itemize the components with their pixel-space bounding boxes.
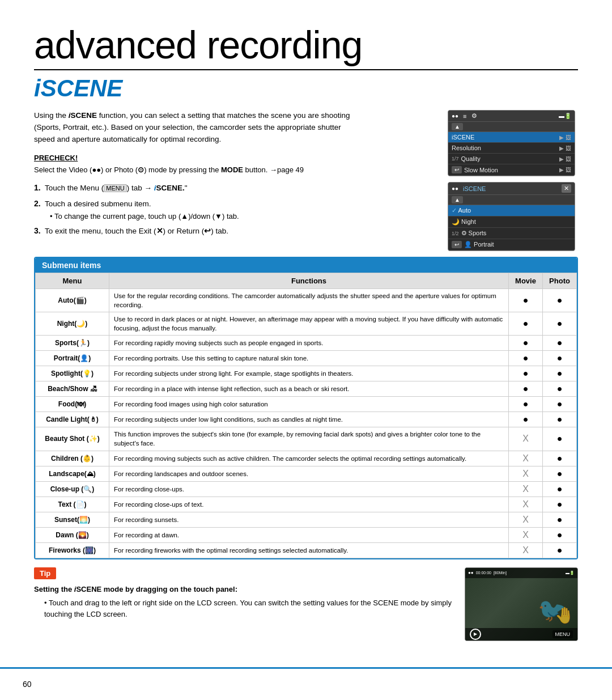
- photo-cell: ●: [543, 481, 577, 497]
- main-title: advanced recording: [34, 23, 578, 70]
- menu-cell: Close-up (🔍): [36, 481, 109, 497]
- table-row: Landscape(⛰)For recording landscapes and…: [36, 466, 577, 481]
- table-row: Beach/Show 🏖For recording in a place wit…: [36, 381, 577, 397]
- table-row: Beauty Shot (✨)This function improves th…: [36, 427, 577, 451]
- tip-image: ●● 00:00:00 [80Min] ▬🔋 🐦 🤚 ▶ MENU: [465, 567, 578, 641]
- cam-back-btn[interactable]: ↩: [452, 166, 462, 173]
- menu-cell: Candle Light(🕯): [36, 412, 109, 427]
- table-row: Candle Light(🕯)For recording subjects un…: [36, 412, 577, 427]
- cam-row-slowmotion-arrow: ▶ 🖼: [559, 167, 571, 173]
- photo-cell: ●: [543, 427, 577, 451]
- menu-cell: Spotlight(💡): [36, 366, 109, 381]
- cam-screenshot-bg: ●● 00:00:00 [80Min] ▬🔋 🐦 🤚 ▶ MENU: [465, 568, 577, 640]
- step-2-bullet: • To change the current page, touch up (…: [50, 211, 436, 222]
- photo-cell: ●: [543, 381, 577, 397]
- precheck-section: PRECHECK! Select the Video (●●) or Photo…: [34, 154, 436, 176]
- cam-icon-battery: ▬🔋: [559, 113, 571, 119]
- movie-cell: ●: [509, 397, 543, 412]
- menu-cell: Sunset(🌅): [36, 512, 109, 527]
- desc-cell: For recording in a place with intense li…: [109, 381, 509, 397]
- cam-p2-row-sports: 1/2 ⚙ Sports: [448, 228, 575, 239]
- cam-p2-row-auto: ✓ Auto: [448, 205, 575, 217]
- cam-icon-video: ●●: [452, 113, 458, 119]
- cam-panel-2-header: ●● iSCENE ✕: [448, 183, 575, 195]
- table-row: Close-up (🔍)For recording close-ups.X●: [36, 481, 577, 497]
- cam-panel-1: ●● ≡ ⚙ ▬🔋 ▲ iSCENE ▶ 🖼 Resolution ▶ 🖼 1/…: [448, 110, 575, 176]
- cam-row-resolution-label: Resolution: [452, 145, 559, 151]
- cam-p2-close-btn[interactable]: ✕: [562, 184, 571, 193]
- photo-cell: ●: [543, 351, 577, 366]
- step-3: 3. To exit the menu, touch the Exit (✕) …: [34, 225, 436, 237]
- table-row: Night(🌙)Use to record in dark places or …: [36, 312, 577, 336]
- cam-sc-bottombar: ▶ MENU: [465, 628, 577, 640]
- col-photo: Photo: [543, 273, 577, 289]
- steps-section: 1. Touch the Menu (MENU) tab → iSCENE." …: [34, 182, 436, 237]
- submenu-section: Submenu items Menu Functions Movie Photo…: [34, 257, 578, 559]
- cam-p2-sports-label: ⚙ Sports: [461, 230, 571, 237]
- movie-cell: ●: [509, 312, 543, 336]
- menu-cell: Night(🌙): [36, 312, 109, 336]
- bottom-line: [0, 667, 612, 669]
- step-1: 1. Touch the Menu (MENU) tab → iSCENE.": [34, 182, 436, 194]
- col-movie: Movie: [509, 273, 543, 289]
- menu-cell: Beach/Show 🏖: [36, 381, 109, 397]
- cam-page-num: 1/7: [452, 156, 459, 162]
- table-row: Portrait(👤)For recording portraits. Use …: [36, 351, 577, 366]
- photo-cell: ●: [543, 497, 577, 512]
- movie-cell: X: [509, 466, 543, 481]
- cam-panel-1-header: ●● ≡ ⚙ ▬🔋: [448, 111, 575, 122]
- desc-cell: For recording food images using high col…: [109, 397, 509, 412]
- cam-p2-up-btn[interactable]: ▲: [452, 196, 463, 203]
- movie-cell: X: [509, 542, 543, 558]
- tip-content: Setting the iSCENE mode by dragging on t…: [34, 584, 456, 620]
- table-row: Auto(🎬)Use for the regular recording con…: [36, 289, 577, 312]
- submenu-header: Submenu items: [35, 258, 577, 273]
- cam-sc-batt: ▬🔋: [566, 571, 575, 575]
- page-number: 60: [23, 680, 32, 689]
- cam-up-btn[interactable]: ▲: [452, 123, 463, 130]
- cam-row-iscene-arrow: ▶ 🖼: [559, 134, 571, 141]
- desc-cell: For recording landscapes and outdoor sce…: [109, 466, 509, 481]
- cam-p2-row-portrait: ↩ 👤 Portrait: [448, 239, 575, 251]
- desc-cell: For recording at dawn.: [109, 527, 509, 542]
- desc-cell: For recording sunsets.: [109, 512, 509, 527]
- cam-sc-menu-label: MENU: [552, 630, 573, 638]
- movie-cell: ●: [509, 366, 543, 381]
- movie-cell: X: [509, 451, 543, 466]
- photo-cell: ●: [543, 397, 577, 412]
- desc-cell: For recording portraits. Use this settin…: [109, 351, 509, 366]
- iscene-i: i: [34, 75, 41, 101]
- menu-cell: Landscape(⛰): [36, 466, 109, 481]
- menu-cell: Food(🍽): [36, 397, 109, 412]
- table-row: Children (👶)For recording moving subject…: [36, 451, 577, 466]
- photo-cell: ●: [543, 512, 577, 527]
- precheck-text: Select the Video (●●) or Photo (⊙) mode …: [34, 164, 436, 176]
- menu-cell: Dawn (🌄): [36, 527, 109, 542]
- desc-cell: For recording close-ups.: [109, 481, 509, 497]
- movie-cell: X: [509, 497, 543, 512]
- col-functions: Functions: [109, 273, 509, 289]
- cam-p2-page: 1/2: [452, 231, 459, 236]
- cam-row-quality-label: Quality: [461, 155, 560, 162]
- cam-row-resolution-arrow: ▶ 🖼: [559, 145, 571, 151]
- desc-cell: For recording moving subjects such as ac…: [109, 451, 509, 466]
- movie-cell: ●: [509, 351, 543, 366]
- cam-sc-mem: [80Min]: [494, 571, 507, 575]
- photo-cell: ●: [543, 451, 577, 466]
- movie-cell: ●: [509, 289, 543, 312]
- desc-cell: This function improves the subject's ski…: [109, 427, 509, 451]
- cam-p2-back-btn[interactable]: ↩: [452, 241, 462, 248]
- photo-cell: ●: [543, 312, 577, 336]
- table-row: Fireworks (🎆)For recording fireworks wit…: [36, 542, 577, 558]
- step-2: 2. Touch a desired submenu item. • To ch…: [34, 198, 436, 222]
- movie-cell: ●: [509, 381, 543, 397]
- cam-icon-gear: ⚙: [471, 112, 477, 120]
- table-row: Spotlight(💡)For recording subjects under…: [36, 366, 577, 381]
- desc-cell: For recording close-ups of text.: [109, 497, 509, 512]
- desc-cell: For recording subjects under strong ligh…: [109, 366, 509, 381]
- cam-screenshot: ●● 00:00:00 [80Min] ▬🔋 🐦 🤚 ▶ MENU: [465, 567, 578, 641]
- menu-cell: Auto(🎬): [36, 289, 109, 312]
- cam-icon-menu: ≡: [463, 113, 466, 120]
- movie-cell: X: [509, 481, 543, 497]
- table-row: Sunset(🌅)For recording sunsets.X●: [36, 512, 577, 527]
